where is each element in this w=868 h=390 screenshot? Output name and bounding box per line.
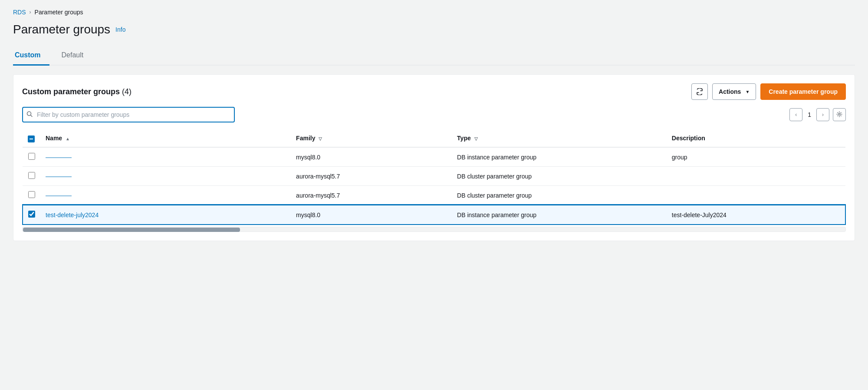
tabs-container: Custom Default <box>13 47 855 66</box>
table-settings-button[interactable] <box>833 108 846 121</box>
header-actions: Actions ▼ Create parameter group <box>691 83 846 100</box>
col-header-family[interactable]: Family ▽ <box>291 129 452 147</box>
row3-checkbox[interactable] <box>28 191 35 198</box>
info-link[interactable]: Info <box>115 26 125 33</box>
row3-name <box>40 186 291 205</box>
panel-title-text: Custom parameter groups (4) <box>22 87 132 96</box>
row1-checkbox[interactable] <box>28 153 35 160</box>
row2-name <box>40 167 291 186</box>
row4-checkbox-cell[interactable] <box>23 205 40 225</box>
parameter-groups-table: Name ▲ Family ▽ Type ▽ Description <box>22 129 846 225</box>
select-all-cell[interactable] <box>23 129 40 147</box>
pagination-controls: ‹ 1 › <box>789 108 846 121</box>
row2-name-placeholder <box>46 176 72 177</box>
page-number: 1 <box>806 111 813 118</box>
search-icon <box>26 111 33 119</box>
row2-checkbox-cell[interactable] <box>23 167 40 186</box>
row1-name-placeholder <box>46 157 72 158</box>
row4-name-link[interactable]: test-delete-july2024 <box>46 212 99 218</box>
scrollbar-thumb[interactable] <box>23 228 240 232</box>
svg-line-1 <box>31 115 33 117</box>
table-row: aurora-mysql5.7 DB cluster parameter gro… <box>23 186 845 205</box>
content-panel: Custom parameter groups (4) Actions ▼ Cr… <box>13 74 855 241</box>
tab-default[interactable]: Default <box>60 47 92 66</box>
col-header-type[interactable]: Type ▽ <box>452 129 667 147</box>
row4-name[interactable]: test-delete-july2024 <box>40 205 291 225</box>
row2-family: aurora-mysql5.7 <box>291 167 452 186</box>
row1-name <box>40 147 291 167</box>
row4-description: test-delete-July2024 <box>667 205 845 225</box>
col-header-name[interactable]: Name ▲ <box>40 129 291 147</box>
family-sort-icon: ▽ <box>319 136 322 141</box>
row1-type: DB instance parameter group <box>452 147 667 167</box>
row2-type: DB cluster parameter group <box>452 167 667 186</box>
tab-custom[interactable]: Custom <box>13 47 49 66</box>
table-row: mysql8.0 DB instance parameter group gro… <box>23 147 845 167</box>
table-row: aurora-mysql5.7 DB cluster parameter gro… <box>23 167 845 186</box>
svg-point-2 <box>838 113 840 115</box>
refresh-button[interactable] <box>691 83 708 100</box>
search-input[interactable] <box>22 107 235 122</box>
page-header: Parameter groups Info <box>13 23 855 36</box>
create-parameter-group-button[interactable]: Create parameter group <box>760 83 846 100</box>
gear-icon <box>836 111 842 119</box>
row3-name-placeholder <box>46 195 72 196</box>
row2-description <box>667 167 845 186</box>
col-header-description: Description <box>667 129 845 147</box>
select-all-checkbox[interactable] <box>28 136 35 142</box>
horizontal-scrollbar[interactable] <box>22 227 846 232</box>
row2-checkbox[interactable] <box>28 172 35 179</box>
row1-checkbox-cell[interactable] <box>23 147 40 167</box>
actions-chevron-icon: ▼ <box>745 89 750 94</box>
type-sort-icon: ▽ <box>474 136 478 141</box>
name-sort-icon: ▲ <box>66 136 70 141</box>
row1-family: mysql8.0 <box>291 147 452 167</box>
table-wrapper: Name ▲ Family ▽ Type ▽ Description <box>22 129 846 225</box>
row3-checkbox-cell[interactable] <box>23 186 40 205</box>
table-header-row: Name ▲ Family ▽ Type ▽ Description <box>23 129 845 147</box>
breadcrumb-rds-link[interactable]: RDS <box>13 9 26 16</box>
next-page-button[interactable]: › <box>816 108 829 121</box>
row3-family: aurora-mysql5.7 <box>291 186 452 205</box>
search-wrapper <box>22 107 235 122</box>
refresh-icon <box>696 88 703 95</box>
breadcrumb: RDS › Parameter groups <box>13 9 855 16</box>
row1-description: group <box>667 147 845 167</box>
actions-button[interactable]: Actions ▼ <box>712 83 756 100</box>
panel-title: Custom parameter groups (4) <box>22 87 132 96</box>
row4-checkbox[interactable] <box>28 211 35 218</box>
row4-type: DB instance parameter group <box>452 205 667 225</box>
row3-type: DB cluster parameter group <box>452 186 667 205</box>
prev-page-button[interactable]: ‹ <box>789 108 802 121</box>
breadcrumb-current: Parameter groups <box>35 9 83 16</box>
row4-family: mysql8.0 <box>291 205 452 225</box>
search-row: ‹ 1 › <box>22 107 846 122</box>
chevron-right-icon: › <box>822 112 824 118</box>
chevron-left-icon: ‹ <box>795 112 797 118</box>
breadcrumb-separator: › <box>30 9 31 15</box>
page-title: Parameter groups <box>13 23 110 36</box>
row3-description <box>667 186 845 205</box>
table-row: test-delete-july2024 mysql8.0 DB instanc… <box>23 205 845 225</box>
panel-header: Custom parameter groups (4) Actions ▼ Cr… <box>22 83 846 100</box>
